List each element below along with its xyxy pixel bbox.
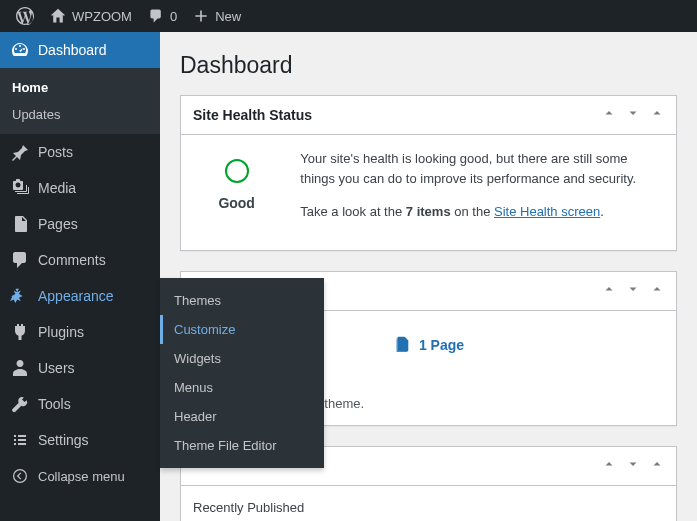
plus-icon <box>193 8 209 24</box>
toggle-panel-button[interactable] <box>650 106 664 124</box>
menu-label: Media <box>38 180 76 196</box>
appearance-flyout: Themes Customize Widgets Menus Header Th… <box>160 278 324 468</box>
menu-appearance[interactable]: Appearance <box>0 278 160 314</box>
menu-settings[interactable]: Settings <box>0 422 160 458</box>
menu-label: Tools <box>38 396 71 412</box>
page-icon <box>10 214 30 234</box>
move-up-button[interactable] <box>602 282 616 300</box>
move-down-button[interactable] <box>626 457 640 475</box>
glance-pages-text: 1 Page <box>419 337 464 353</box>
health-circle-icon <box>225 159 249 183</box>
toggle-panel-button[interactable] <box>650 457 664 475</box>
flyout-themes[interactable]: Themes <box>160 286 324 315</box>
site-name: WPZOOM <box>72 9 132 24</box>
menu-label: Dashboard <box>38 42 107 58</box>
flyout-customize[interactable]: Customize <box>160 315 324 344</box>
flyout-menus[interactable]: Menus <box>160 373 324 402</box>
site-name-link[interactable]: WPZOOM <box>42 0 140 32</box>
move-up-button[interactable] <box>602 457 616 475</box>
menu-dashboard[interactable]: Dashboard <box>0 32 160 68</box>
svg-point-0 <box>14 470 27 483</box>
new-label: New <box>215 9 241 24</box>
page-title: Dashboard <box>180 52 677 79</box>
submenu-updates[interactable]: Updates <box>0 101 160 128</box>
menu-plugins[interactable]: Plugins <box>0 314 160 350</box>
menu-label: Pages <box>38 216 78 232</box>
page-icon <box>393 335 411 356</box>
health-cta: Take a look at the 7 items on the Site H… <box>300 202 664 222</box>
wordpress-icon <box>16 7 34 25</box>
admin-sidebar: Dashboard Home Updates Posts Media Pages… <box>0 32 160 521</box>
health-text: Your site's health is looking good, but … <box>300 149 664 236</box>
recently-published-heading: Recently Published <box>193 500 664 515</box>
menu-tools[interactable]: Tools <box>0 386 160 422</box>
media-icon <box>10 178 30 198</box>
comment-icon <box>10 250 30 270</box>
collapse-label: Collapse menu <box>38 469 125 484</box>
collapse-icon <box>10 466 30 486</box>
menu-label: Plugins <box>38 324 84 340</box>
handle-actions <box>602 282 664 300</box>
site-health-postbox: Site Health Status Good Your site's heal… <box>180 95 677 251</box>
postbox-title: Site Health Status <box>193 107 312 123</box>
collapse-menu[interactable]: Collapse menu <box>0 458 160 494</box>
flyout-widgets[interactable]: Widgets <box>160 344 324 373</box>
appearance-icon <box>10 286 30 306</box>
postbox-header: Site Health Status <box>181 96 676 135</box>
flyout-header[interactable]: Header <box>160 402 324 431</box>
menu-label: Settings <box>38 432 89 448</box>
comment-icon <box>148 8 164 24</box>
users-icon <box>10 358 30 378</box>
menu-pages[interactable]: Pages <box>0 206 160 242</box>
move-down-button[interactable] <box>626 282 640 300</box>
toggle-panel-button[interactable] <box>650 282 664 300</box>
admin-toolbar: WPZOOM 0 New <box>0 0 697 32</box>
wp-logo[interactable] <box>8 0 42 32</box>
site-health-link[interactable]: Site Health screen <box>494 204 600 219</box>
submenu-home[interactable]: Home <box>0 74 160 101</box>
menu-label: Comments <box>38 252 106 268</box>
move-down-button[interactable] <box>626 106 640 124</box>
move-up-button[interactable] <box>602 106 616 124</box>
settings-icon <box>10 430 30 450</box>
menu-label: Appearance <box>38 288 114 304</box>
new-content-link[interactable]: New <box>185 0 249 32</box>
menu-users[interactable]: Users <box>0 350 160 386</box>
health-description: Your site's health is looking good, but … <box>300 149 664 188</box>
menu-comments[interactable]: Comments <box>0 242 160 278</box>
postbox-body: Recently Published <box>181 486 676 522</box>
comments-link[interactable]: 0 <box>140 0 185 32</box>
dashboard-submenu: Home Updates <box>0 68 160 134</box>
menu-label: Users <box>38 360 75 376</box>
flyout-theme-file-editor[interactable]: Theme File Editor <box>160 431 324 460</box>
menu-posts[interactable]: Posts <box>0 134 160 170</box>
home-icon <box>50 8 66 24</box>
handle-actions <box>602 457 664 475</box>
dashboard-icon <box>10 40 30 60</box>
menu-media[interactable]: Media <box>0 170 160 206</box>
health-status-label: Good <box>193 195 280 211</box>
postbox-body: Good Your site's health is looking good,… <box>181 135 676 250</box>
plugin-icon <box>10 322 30 342</box>
pin-icon <box>10 142 30 162</box>
comments-count: 0 <box>170 9 177 24</box>
tools-icon <box>10 394 30 414</box>
health-indicator: Good <box>193 149 280 236</box>
handle-actions <box>602 106 664 124</box>
menu-label: Posts <box>38 144 73 160</box>
